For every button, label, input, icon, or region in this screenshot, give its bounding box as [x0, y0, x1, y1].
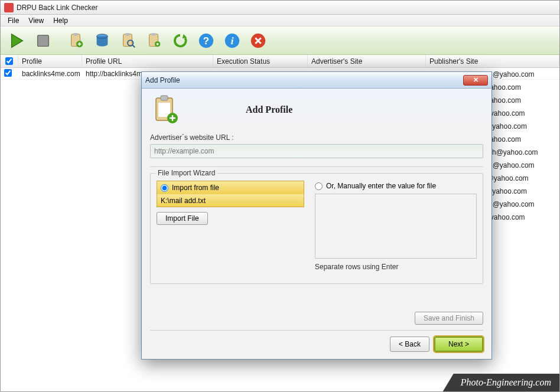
dialog-heading: Add Profile: [246, 104, 292, 115]
dialog-titlebar: Add Profile ✕: [142, 72, 491, 89]
app-title: DRPU Back Link Checker: [17, 4, 97, 12]
clipboard-gear-icon[interactable]: [142, 29, 166, 53]
watermark: Photo-Engineering.com: [443, 374, 559, 391]
col-publisher-site[interactable]: Publisher's Site: [426, 55, 559, 67]
next-button[interactable]: Next >: [434, 337, 483, 352]
titlebar: DRPU Back Link Checker: [1, 1, 559, 15]
toolbar: ? i: [1, 27, 559, 55]
svg-rect-12: [151, 32, 156, 35]
row-profile: backlinks4me.com: [18, 70, 82, 78]
url-label: Advertiser´s website URL :: [150, 133, 483, 142]
col-profile[interactable]: Profile: [18, 55, 82, 67]
menu-help[interactable]: Help: [48, 15, 73, 26]
radio-import-input[interactable]: [161, 184, 168, 192]
save-and-finish-button[interactable]: Save and Finish: [415, 312, 483, 325]
clipboard-add-icon[interactable]: [64, 29, 88, 53]
svg-point-14: [157, 43, 159, 45]
clipboard-add-icon: [150, 94, 181, 125]
svg-line-10: [133, 45, 135, 47]
column-headers: Profile Profile URL Execution Status Adv…: [1, 55, 559, 68]
play-icon[interactable]: [5, 29, 29, 53]
radio-manual-input[interactable]: [315, 182, 323, 190]
svg-rect-1: [38, 35, 49, 46]
radio-manual-entry[interactable]: Or, Manually enter the value for file: [315, 181, 477, 194]
app-icon: [4, 3, 14, 12]
add-profile-dialog: Add Profile ✕ Add Profile Advertiser´s w…: [141, 71, 492, 360]
col-execution-status[interactable]: Execution Status: [213, 55, 308, 67]
file-path-display: K:\mail add.txt: [157, 194, 304, 207]
import-file-button[interactable]: Import File: [157, 212, 208, 225]
back-button[interactable]: < Back: [390, 337, 429, 352]
manual-entry-textarea: [315, 194, 477, 259]
svg-rect-3: [73, 32, 78, 35]
info-icon[interactable]: i: [220, 29, 244, 53]
svg-text:?: ?: [203, 35, 209, 46]
svg-rect-22: [161, 96, 168, 100]
col-advertiser-site[interactable]: Advertiser's Site: [308, 55, 426, 67]
col-profile-url[interactable]: Profile URL: [82, 55, 213, 67]
svg-text:i: i: [231, 35, 234, 46]
file-import-wizard: File Import Wizard Import from file K:\m…: [150, 173, 483, 284]
row-checkbox[interactable]: [4, 69, 12, 77]
dialog-title: Add Profile: [145, 76, 463, 84]
radio-import-label: Import from file: [172, 184, 219, 192]
close-icon[interactable]: [246, 29, 270, 53]
menu-file[interactable]: File: [3, 15, 24, 26]
menubar: File View Help: [1, 15, 559, 27]
refresh-icon[interactable]: [168, 29, 192, 53]
help-icon[interactable]: ?: [194, 29, 218, 53]
stop-icon[interactable]: [31, 29, 55, 53]
fieldset-legend: File Import Wizard: [155, 169, 217, 177]
radio-manual-label: Or, Manually enter the value for file: [326, 182, 436, 190]
menu-view[interactable]: View: [24, 15, 48, 26]
hint-text: Separate rows using Enter: [315, 263, 477, 271]
col-checkbox[interactable]: [1, 55, 18, 67]
clipboard-search-icon[interactable]: [116, 29, 140, 53]
database-icon[interactable]: [90, 29, 114, 53]
svg-rect-8: [125, 32, 130, 35]
svg-marker-0: [12, 34, 23, 47]
advertiser-url-input[interactable]: [150, 144, 483, 158]
radio-import-from-file[interactable]: Import from file: [157, 181, 304, 194]
dialog-close-button[interactable]: ✕: [463, 75, 488, 86]
